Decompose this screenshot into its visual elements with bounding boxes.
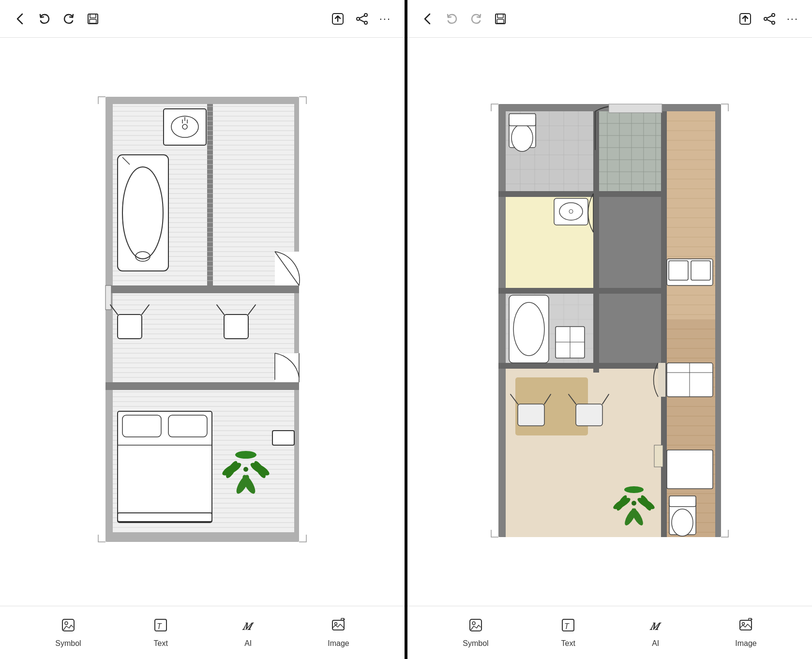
svg-point-320 [672,509,693,536]
right-ai-icon: 𝑀 [648,617,663,636]
right-redo-button[interactable] [469,12,483,26]
svg-rect-301 [658,363,665,397]
svg-rect-309 [654,445,663,467]
text-icon: T [153,617,168,636]
undo-button[interactable] [38,12,51,26]
svg-rect-157 [224,315,248,339]
svg-line-195 [767,15,772,18]
svg-rect-176 [272,431,294,445]
text-label: Text [153,639,167,648]
right-image-icon [738,617,753,636]
left-panel: ··· [0,0,406,659]
svg-line-7 [360,15,364,18]
right-image-nav-item[interactable]: Image [735,617,756,648]
back-button[interactable] [14,12,27,26]
svg-rect-167 [118,513,212,522]
svg-rect-285 [661,111,667,537]
svg-rect-310 [667,259,713,285]
svg-text:𝑀: 𝑀 [649,620,662,632]
right-text-label: Text [561,639,575,648]
right-save-button[interactable] [494,12,507,26]
svg-rect-182 [332,620,344,630]
ai-label: AI [244,639,252,648]
left-floor-plan [0,38,405,606]
svg-rect-189 [497,14,503,18]
svg-point-332 [472,622,475,625]
svg-point-173 [235,451,256,459]
left-toolbar: ··· [0,0,405,38]
svg-rect-306 [576,404,602,426]
ai-icon: 𝑀 [241,617,256,636]
ai-nav-item[interactable]: 𝑀 AI [241,617,256,648]
right-more-button[interactable]: ··· [787,13,798,25]
svg-point-6 [357,17,360,20]
right-symbol-label: Symbol [463,639,488,648]
svg-rect-321 [669,496,696,507]
svg-rect-1 [90,14,96,18]
svg-rect-295 [509,295,549,363]
image-nav-item[interactable]: Image [328,617,349,648]
svg-text:T: T [564,622,570,630]
image-label: Image [328,639,349,648]
right-text-nav-item[interactable]: T Text [560,617,576,648]
left-bottom-nav: Symbol T Text 𝑀 AI [0,606,405,659]
save-button[interactable] [86,12,100,26]
svg-point-327 [624,486,644,493]
svg-rect-303 [518,404,544,426]
redo-button[interactable] [62,12,75,26]
svg-line-196 [767,19,772,22]
svg-point-192 [772,14,775,16]
more-button[interactable]: ··· [379,13,391,25]
svg-rect-282 [498,288,663,294]
svg-rect-14 [105,382,299,390]
svg-rect-141 [118,155,168,271]
symbol-label: Symbol [55,639,81,648]
svg-rect-164 [122,415,161,437]
svg-rect-336 [740,620,752,630]
symbol-nav-item[interactable]: Symbol [55,617,81,648]
upload-button[interactable] [331,12,345,26]
svg-point-5 [364,21,367,24]
svg-rect-165 [168,415,207,437]
svg-point-288 [511,124,533,151]
svg-rect-190 [497,19,504,23]
right-upload-button[interactable] [738,12,752,26]
right-share-button[interactable] [763,12,776,26]
svg-point-4 [364,14,367,16]
svg-rect-289 [509,114,536,126]
right-symbol-icon [468,617,483,636]
svg-point-183 [335,623,337,625]
svg-point-322 [632,501,636,506]
image-icon [331,617,346,636]
right-symbol-nav-item[interactable]: Symbol [463,617,488,648]
svg-rect-154 [118,315,142,339]
svg-rect-145 [164,109,206,145]
svg-rect-330 [609,104,662,113]
share-button[interactable] [355,12,369,26]
symbol-icon [60,617,76,636]
svg-rect-13 [105,285,299,293]
right-back-button[interactable] [421,12,435,26]
svg-text:T: T [157,622,162,630]
text-nav-item[interactable]: T Text [153,617,168,648]
right-image-label: Image [735,639,756,648]
right-floor-plan [407,38,812,606]
svg-rect-2 [90,19,96,23]
svg-point-194 [764,17,767,20]
svg-point-168 [243,467,248,472]
svg-rect-151 [105,285,111,310]
right-panel: ··· [407,0,812,659]
right-ai-nav-item[interactable]: 𝑀 AI [648,617,663,648]
svg-point-178 [65,622,68,625]
svg-point-337 [742,623,745,625]
right-text-icon: T [560,617,576,636]
svg-point-193 [772,21,775,24]
svg-line-8 [360,19,364,22]
svg-rect-283 [498,363,663,369]
svg-rect-15 [207,104,213,285]
svg-text:𝑀: 𝑀 [242,620,254,632]
svg-rect-281 [498,191,663,197]
svg-rect-224 [663,111,715,319]
svg-rect-318 [667,450,713,489]
right-undo-button[interactable] [445,12,459,26]
